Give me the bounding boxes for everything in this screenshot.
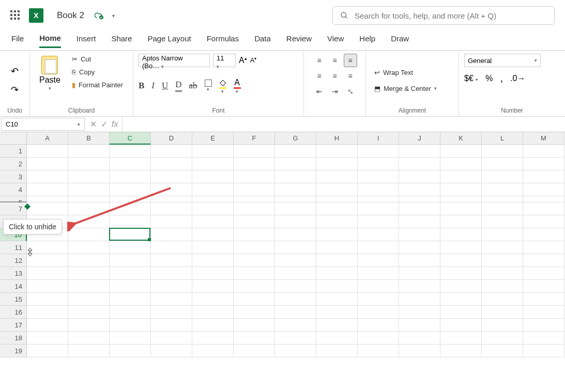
cancel-formula-icon[interactable]: ✕ bbox=[90, 119, 97, 129]
cell-I19[interactable] bbox=[358, 344, 399, 357]
cell-A18[interactable] bbox=[27, 332, 68, 344]
cell-C10[interactable] bbox=[110, 228, 151, 241]
cell-B19[interactable] bbox=[68, 344, 110, 357]
cell-L13[interactable] bbox=[482, 267, 523, 280]
cell-A5[interactable] bbox=[27, 196, 68, 202]
cell-L17[interactable] bbox=[482, 319, 523, 332]
indent-increase-button[interactable]: ⇥ bbox=[328, 85, 342, 98]
cell-E14[interactable] bbox=[192, 280, 234, 293]
cell-J1[interactable] bbox=[399, 145, 440, 158]
row-header-11[interactable]: 11 bbox=[0, 241, 27, 254]
cell-I7[interactable] bbox=[358, 202, 399, 215]
cell-J15[interactable] bbox=[399, 293, 440, 306]
cell-C5[interactable] bbox=[110, 196, 151, 202]
cell-G18[interactable] bbox=[275, 332, 316, 344]
cell-G3[interactable] bbox=[275, 170, 316, 183]
tab-draw[interactable]: Draw bbox=[391, 34, 409, 47]
cell-G14[interactable] bbox=[275, 280, 316, 293]
cell-H18[interactable] bbox=[316, 332, 358, 344]
cell-B10[interactable] bbox=[68, 228, 110, 241]
cell-M7[interactable] bbox=[523, 202, 564, 215]
row-header-12[interactable]: 12 bbox=[0, 254, 27, 267]
cell-M4[interactable] bbox=[523, 183, 564, 196]
title-dropdown-icon[interactable]: ▾ bbox=[112, 13, 115, 19]
cell-L15[interactable] bbox=[482, 293, 523, 306]
tab-page-layout[interactable]: Page Layout bbox=[147, 34, 191, 47]
col-header-G[interactable]: G bbox=[275, 132, 316, 145]
cell-I1[interactable] bbox=[358, 145, 399, 158]
cell-H16[interactable] bbox=[316, 306, 358, 319]
cell-J17[interactable] bbox=[399, 319, 440, 332]
cell-G10[interactable] bbox=[275, 228, 316, 241]
percent-button[interactable]: % bbox=[485, 74, 493, 83]
cell-K1[interactable] bbox=[440, 145, 482, 158]
cell-E15[interactable] bbox=[192, 293, 234, 306]
cell-D12[interactable] bbox=[151, 254, 192, 267]
cell-H4[interactable] bbox=[316, 183, 358, 196]
cell-E2[interactable] bbox=[192, 158, 234, 170]
cell-H5[interactable] bbox=[316, 196, 358, 202]
cell-B1[interactable] bbox=[68, 145, 110, 158]
fx-icon[interactable]: fx bbox=[112, 120, 118, 129]
cell-G17[interactable] bbox=[275, 319, 316, 332]
cell-L1[interactable] bbox=[482, 145, 523, 158]
cell-F3[interactable] bbox=[234, 170, 275, 183]
cell-A7[interactable] bbox=[27, 202, 68, 215]
cell-E9[interactable] bbox=[192, 215, 234, 228]
cells-area[interactable] bbox=[27, 145, 564, 357]
cell-K5[interactable] bbox=[440, 196, 482, 202]
redo-icon[interactable]: ↷ bbox=[11, 84, 19, 96]
cut-button[interactable]: ✂Cut bbox=[69, 54, 126, 65]
cell-D9[interactable] bbox=[151, 215, 192, 228]
cell-A2[interactable] bbox=[27, 158, 68, 170]
cell-M18[interactable] bbox=[523, 332, 564, 344]
cell-I3[interactable] bbox=[358, 170, 399, 183]
row-header-13[interactable]: 13 bbox=[0, 267, 27, 280]
cell-B5[interactable] bbox=[68, 196, 110, 202]
tab-share[interactable]: Share bbox=[111, 34, 132, 47]
cell-L9[interactable] bbox=[482, 215, 523, 228]
cell-E3[interactable] bbox=[192, 170, 234, 183]
cell-D15[interactable] bbox=[151, 293, 192, 306]
cell-J13[interactable] bbox=[399, 267, 440, 280]
cell-A16[interactable] bbox=[27, 306, 68, 319]
cell-B4[interactable] bbox=[68, 183, 110, 196]
tab-help[interactable]: Help bbox=[359, 34, 375, 47]
cell-M13[interactable] bbox=[523, 267, 564, 280]
cell-C19[interactable] bbox=[110, 344, 151, 357]
cell-J7[interactable] bbox=[399, 202, 440, 215]
cell-I4[interactable] bbox=[358, 183, 399, 196]
align-top-button[interactable]: ≡ bbox=[313, 54, 326, 67]
cell-F15[interactable] bbox=[234, 293, 275, 306]
cell-F11[interactable] bbox=[234, 241, 275, 254]
cell-F5[interactable] bbox=[234, 196, 275, 202]
font-size-select[interactable]: 11 ▾ bbox=[213, 54, 236, 67]
cell-F2[interactable] bbox=[234, 158, 275, 170]
cell-A3[interactable] bbox=[27, 170, 68, 183]
cell-M11[interactable] bbox=[523, 241, 564, 254]
cell-D17[interactable] bbox=[151, 319, 192, 332]
chevron-down-icon[interactable]: ▾ bbox=[78, 122, 80, 127]
cell-E1[interactable] bbox=[192, 145, 234, 158]
cell-M17[interactable] bbox=[523, 319, 564, 332]
font-name-select[interactable]: Aptos Narrow (Bo… ▾ bbox=[139, 54, 210, 67]
cell-I15[interactable] bbox=[358, 293, 399, 306]
grow-font-icon[interactable]: A▴ bbox=[239, 56, 247, 65]
cell-J10[interactable] bbox=[399, 228, 440, 241]
cell-D16[interactable] bbox=[151, 306, 192, 319]
row-header-17[interactable]: 17 bbox=[0, 319, 27, 332]
cell-B14[interactable] bbox=[68, 280, 110, 293]
cell-J18[interactable] bbox=[399, 332, 440, 344]
cell-H14[interactable] bbox=[316, 280, 358, 293]
cell-I10[interactable] bbox=[358, 228, 399, 241]
cell-D1[interactable] bbox=[151, 145, 192, 158]
cell-C12[interactable] bbox=[110, 254, 151, 267]
tab-formulas[interactable]: Formulas bbox=[207, 34, 239, 47]
cell-D7[interactable] bbox=[151, 202, 192, 215]
align-bottom-button[interactable]: ≡ bbox=[344, 54, 357, 67]
cell-G2[interactable] bbox=[275, 158, 316, 170]
cell-C13[interactable] bbox=[110, 267, 151, 280]
cell-K15[interactable] bbox=[440, 293, 482, 306]
cell-H19[interactable] bbox=[316, 344, 358, 357]
italic-button[interactable]: I bbox=[151, 81, 155, 91]
